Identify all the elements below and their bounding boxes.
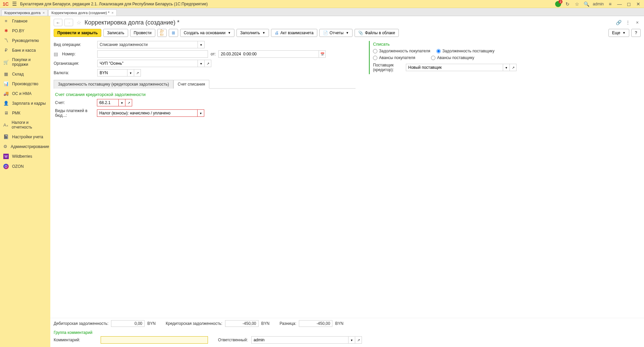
sidebar-item-admin[interactable]: ⚙Администрирование — [0, 142, 50, 151]
dropdown-button[interactable]: ▾ — [198, 109, 204, 117]
sidebar-item-production[interactable]: 📊Производство — [0, 79, 50, 89]
history-icon[interactable]: ↻ — [565, 1, 571, 7]
close-document-icon[interactable]: × — [634, 19, 641, 26]
open-button[interactable]: ↗ — [125, 99, 132, 106]
post-button[interactable]: Провести — [130, 29, 155, 37]
supplier-label: Поставщик (кредитор): — [373, 63, 406, 72]
responsible-input[interactable] — [251, 336, 348, 344]
sidebar-label: ОС и НМА — [12, 91, 32, 96]
inner-tabs: Задолженность поставщику (кредиторская з… — [54, 80, 356, 89]
close-window-icon[interactable]: ✕ — [635, 1, 641, 7]
reports-button[interactable]: 📄Отчеты▼ — [319, 29, 353, 37]
more-button[interactable]: Еще▼ — [608, 29, 629, 37]
act-button[interactable]: 🖨Акт взаимозачета — [271, 29, 317, 37]
sidebar-item-rmk[interactable]: 🖥РМК — [0, 108, 50, 118]
close-tab-icon[interactable]: × — [43, 11, 45, 15]
sidebar-item-hr[interactable]: 👤Зарплата и кадры — [0, 98, 50, 108]
dropdown-button[interactable]: ▾ — [503, 64, 510, 71]
tab-item[interactable]: Корректировка долга × — [1, 9, 48, 16]
cloud-files-button[interactable]: 📎Файлы в облаке — [355, 29, 399, 37]
radio-label: Задолженность поставщику — [442, 49, 495, 53]
tab-item[interactable]: Корректировка долга (создание) * × — [48, 9, 116, 16]
radio-buyer-debt[interactable]: Задолженность покупателя — [373, 49, 430, 53]
minimize-icon[interactable]: — — [616, 1, 623, 7]
comment-input[interactable] — [101, 336, 208, 344]
maximize-icon[interactable]: ◻ — [626, 1, 632, 7]
help-button[interactable]: ? — [631, 29, 641, 37]
credit-label: Кредиторская задолженность: — [166, 321, 222, 326]
number-input[interactable] — [97, 50, 208, 58]
more-vertical-icon[interactable]: ⋮ — [625, 19, 631, 26]
dropdown-button[interactable]: ▾ — [119, 99, 125, 106]
dropdown-button[interactable]: ▾ — [348, 336, 355, 344]
open-button[interactable]: ↗ — [510, 64, 517, 71]
open-button[interactable]: ↗ — [205, 60, 211, 67]
settings-icon[interactable]: ≡ — [607, 1, 613, 7]
dropdown-button[interactable]: ▾ — [127, 69, 134, 77]
organization-input[interactable] — [97, 60, 198, 67]
sidebar-label: Покупки и продажи — [12, 57, 47, 67]
close-tab-icon[interactable]: × — [111, 11, 113, 15]
favorite-toggle-icon[interactable]: ☆ — [76, 19, 81, 26]
tab-debt-supplier[interactable]: Задолженность поставщику (кредиторская з… — [54, 80, 173, 89]
dropdown-button[interactable]: ▾ — [198, 41, 205, 48]
account-input[interactable] — [97, 99, 119, 106]
production-icon: 📊 — [3, 81, 9, 86]
sidebar-label: Зарплата и кадры — [12, 101, 46, 106]
open-button[interactable]: ↗ — [134, 69, 141, 77]
person-icon: 👤 — [3, 101, 9, 106]
btn-label: Заполнить — [240, 31, 260, 35]
structure-button[interactable]: ⊞ — [169, 29, 178, 37]
supplier-input[interactable] — [406, 64, 503, 71]
radio-buyer-advances[interactable]: Авансы покупателя — [373, 55, 425, 60]
radio-supplier-debt[interactable]: Задолженность поставщику — [436, 49, 495, 53]
toolbar: Провести и закрыть Записать Провести Дт … — [50, 28, 644, 40]
favorites-icon[interactable]: ☆ — [574, 1, 580, 7]
ozon-icon: О — [3, 164, 9, 169]
number-label: Номер: — [62, 52, 97, 56]
radio-supplier-advances[interactable]: Авансы поставщику — [431, 55, 474, 60]
sidebar-item-taxes[interactable]: AₓНалоги и отчетность — [0, 118, 50, 132]
report-icon: 📄 — [323, 31, 328, 35]
sidebar-label: Банк и касса — [12, 48, 36, 53]
search-icon[interactable]: 🔍 — [583, 1, 589, 7]
sidebar-item-manager[interactable]: 〽Руководителю — [0, 36, 50, 45]
dt-kt-button[interactable]: Дт Кт — [157, 29, 167, 37]
operation-type-input[interactable]: Списание задолженности — [97, 41, 198, 48]
sidebar-label: Руководителю — [12, 38, 39, 43]
link-icon[interactable]: 🔗 — [615, 19, 622, 26]
sidebar-item-sales[interactable]: 🛒Покупки и продажи — [0, 55, 50, 69]
btn-label: Акт взаимозачета — [280, 31, 314, 35]
titlebar: 1C ☰ Бухгалтерия для Беларуси, редакция … — [0, 0, 644, 8]
sidebar-item-warehouse[interactable]: ▦Склад — [0, 69, 50, 79]
main-menu-icon[interactable]: ☰ — [12, 1, 17, 7]
notification-badge-icon[interactable] — [555, 1, 561, 7]
sidebar-item-wildberries[interactable]: WWildberries — [0, 151, 50, 161]
sidebar-item-assets[interactable]: 🚚ОС и НМА — [0, 89, 50, 98]
create-based-on-button[interactable]: Создать на основании▼ — [180, 29, 234, 37]
diff-value: -450,00 — [299, 320, 332, 327]
dropdown-button[interactable]: ▾ — [198, 60, 205, 67]
sidebar-item-ozon[interactable]: ОOZON — [0, 161, 50, 171]
credit-value: -450,00 — [225, 320, 259, 327]
tab-writeoff-account[interactable]: Счет списания — [173, 80, 210, 89]
sidebar-item-bank[interactable]: ₽Банк и касса — [0, 45, 50, 55]
sidebar-item-settings[interactable]: 📓Настройки учета — [0, 132, 50, 142]
chart-icon: 〽 — [3, 38, 9, 43]
sidebar-item-main[interactable]: ≡Главное — [0, 16, 50, 26]
caret-down-icon: ▼ — [346, 31, 349, 35]
date-input[interactable] — [218, 50, 319, 58]
save-button[interactable]: Записать — [103, 29, 128, 37]
currency-input[interactable] — [97, 69, 127, 77]
open-button[interactable]: ↗ — [355, 336, 362, 344]
username-label[interactable]: admin — [593, 2, 604, 6]
nav-forward-button[interactable]: → — [64, 19, 73, 26]
fill-button[interactable]: Заполнить▼ — [236, 29, 269, 37]
caret-down-icon: ▼ — [623, 31, 626, 35]
payment-types-input[interactable] — [97, 109, 198, 117]
calendar-button[interactable]: 📅 — [319, 50, 326, 58]
post-and-close-button[interactable]: Провести и закрыть — [54, 29, 101, 37]
operation-type-label: Вид операции: — [54, 42, 97, 47]
sidebar-item-poby[interactable]: ✱PO.BY — [0, 26, 50, 36]
nav-back-button[interactable]: ← — [54, 19, 62, 26]
